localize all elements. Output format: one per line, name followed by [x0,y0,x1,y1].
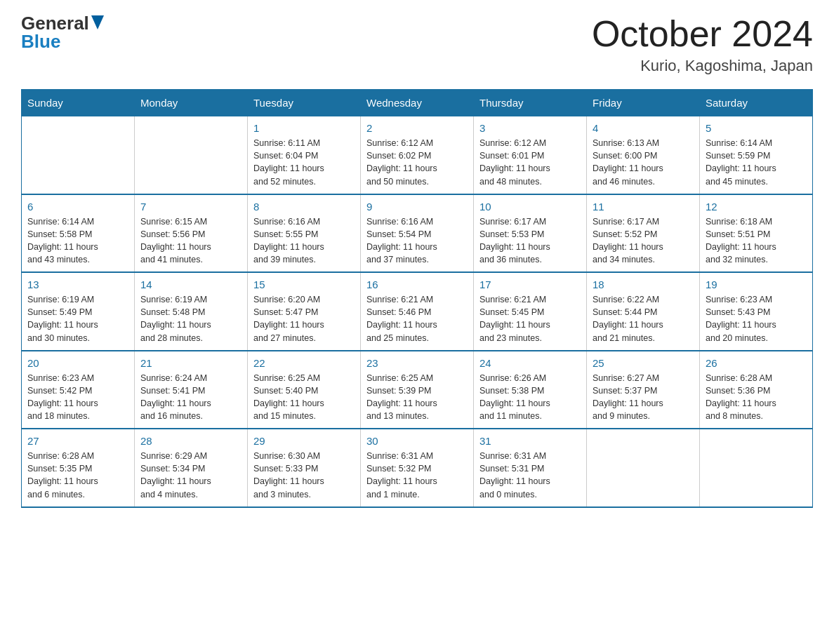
day-number: 4 [593,122,694,134]
day-number: 27 [27,435,128,447]
day-info: Sunrise: 6:18 AMSunset: 5:51 PMDaylight:… [706,215,807,267]
day-info: Sunrise: 6:27 AMSunset: 5:37 PMDaylight:… [593,372,694,423]
table-row [587,429,700,507]
day-number: 24 [479,357,581,369]
day-number: 3 [479,122,581,134]
day-number: 9 [366,201,468,213]
table-row: 16Sunrise: 6:21 AMSunset: 5:46 PMDayligh… [361,272,474,351]
col-friday: Friday [587,90,700,116]
logo-blue-text: Blue [21,32,60,51]
table-row: 13Sunrise: 6:19 AMSunset: 5:49 PMDayligh… [22,272,135,351]
day-info: Sunrise: 6:19 AMSunset: 5:49 PMDaylight:… [27,293,128,344]
logo-arrow-icon [91,15,104,29]
day-info: Sunrise: 6:22 AMSunset: 5:44 PMDaylight:… [593,293,694,344]
day-info: Sunrise: 6:26 AMSunset: 5:38 PMDaylight:… [479,372,581,423]
day-number: 18 [593,279,694,290]
calendar-week-row: 6Sunrise: 6:14 AMSunset: 5:58 PMDaylight… [22,194,813,273]
day-number: 8 [253,201,355,213]
table-row: 12Sunrise: 6:18 AMSunset: 5:51 PMDayligh… [700,194,813,273]
table-row: 5Sunrise: 6:14 AMSunset: 5:59 PMDaylight… [700,116,813,194]
day-info: Sunrise: 6:17 AMSunset: 5:52 PMDaylight:… [593,215,694,267]
table-row: 4Sunrise: 6:13 AMSunset: 6:00 PMDaylight… [587,116,700,194]
day-info: Sunrise: 6:20 AMSunset: 5:47 PMDaylight:… [253,293,355,344]
table-row: 30Sunrise: 6:31 AMSunset: 5:32 PMDayligh… [361,429,474,507]
day-number: 23 [366,357,468,369]
svg-marker-0 [91,15,104,29]
col-saturday: Saturday [700,90,813,116]
day-number: 5 [706,122,807,134]
table-row: 10Sunrise: 6:17 AMSunset: 5:53 PMDayligh… [474,194,587,273]
day-info: Sunrise: 6:17 AMSunset: 5:53 PMDaylight:… [479,215,581,267]
day-info: Sunrise: 6:31 AMSunset: 5:31 PMDaylight:… [479,450,581,501]
day-info: Sunrise: 6:16 AMSunset: 5:54 PMDaylight:… [366,215,468,267]
table-row: 21Sunrise: 6:24 AMSunset: 5:41 PMDayligh… [135,351,248,429]
table-row: 1Sunrise: 6:11 AMSunset: 6:04 PMDaylight… [248,116,361,194]
day-info: Sunrise: 6:14 AMSunset: 5:59 PMDaylight:… [706,137,807,188]
day-info: Sunrise: 6:15 AMSunset: 5:56 PMDaylight:… [140,215,241,267]
day-info: Sunrise: 6:12 AMSunset: 6:01 PMDaylight:… [479,137,581,188]
table-row [135,116,248,194]
page-title: October 2024 [592,14,813,54]
table-row: 9Sunrise: 6:16 AMSunset: 5:54 PMDaylight… [361,194,474,273]
table-row: 15Sunrise: 6:20 AMSunset: 5:47 PMDayligh… [248,272,361,351]
table-row: 17Sunrise: 6:21 AMSunset: 5:45 PMDayligh… [474,272,587,351]
col-sunday: Sunday [22,90,135,116]
day-number: 2 [366,122,468,134]
calendar-week-row: 20Sunrise: 6:23 AMSunset: 5:42 PMDayligh… [22,351,813,429]
logo: General Blue [21,14,104,51]
day-number: 16 [366,279,468,290]
table-row: 11Sunrise: 6:17 AMSunset: 5:52 PMDayligh… [587,194,700,273]
table-row: 25Sunrise: 6:27 AMSunset: 5:37 PMDayligh… [587,351,700,429]
col-thursday: Thursday [474,90,587,116]
day-info: Sunrise: 6:12 AMSunset: 6:02 PMDaylight:… [366,137,468,188]
table-row [22,116,135,194]
table-row: 6Sunrise: 6:14 AMSunset: 5:58 PMDaylight… [22,194,135,273]
day-info: Sunrise: 6:31 AMSunset: 5:32 PMDaylight:… [366,450,468,501]
table-row: 2Sunrise: 6:12 AMSunset: 6:02 PMDaylight… [361,116,474,194]
day-number: 30 [366,435,468,447]
day-number: 26 [706,357,807,369]
day-number: 7 [140,201,241,213]
calendar-week-row: 1Sunrise: 6:11 AMSunset: 6:04 PMDaylight… [22,116,813,194]
calendar-header-row: Sunday Monday Tuesday Wednesday Thursday… [22,90,813,116]
day-number: 11 [593,201,694,213]
table-row: 18Sunrise: 6:22 AMSunset: 5:44 PMDayligh… [587,272,700,351]
day-number: 22 [253,357,355,369]
day-number: 28 [140,435,241,447]
day-number: 29 [253,435,355,447]
page-subtitle: Kurio, Kagoshima, Japan [592,57,813,75]
day-info: Sunrise: 6:28 AMSunset: 5:35 PMDaylight:… [27,450,128,501]
day-number: 6 [27,201,128,213]
col-wednesday: Wednesday [361,90,474,116]
table-row: 24Sunrise: 6:26 AMSunset: 5:38 PMDayligh… [474,351,587,429]
day-info: Sunrise: 6:30 AMSunset: 5:33 PMDaylight:… [253,450,355,501]
day-info: Sunrise: 6:13 AMSunset: 6:00 PMDaylight:… [593,137,694,188]
day-number: 13 [27,279,128,290]
day-info: Sunrise: 6:11 AMSunset: 6:04 PMDaylight:… [253,137,355,188]
day-number: 14 [140,279,241,290]
day-number: 19 [706,279,807,290]
day-info: Sunrise: 6:25 AMSunset: 5:39 PMDaylight:… [366,372,468,423]
table-row: 27Sunrise: 6:28 AMSunset: 5:35 PMDayligh… [22,429,135,507]
calendar-week-row: 27Sunrise: 6:28 AMSunset: 5:35 PMDayligh… [22,429,813,507]
day-number: 21 [140,357,241,369]
calendar-week-row: 13Sunrise: 6:19 AMSunset: 5:49 PMDayligh… [22,272,813,351]
col-monday: Monday [135,90,248,116]
day-info: Sunrise: 6:14 AMSunset: 5:58 PMDaylight:… [27,215,128,267]
day-number: 31 [479,435,581,447]
table-row: 31Sunrise: 6:31 AMSunset: 5:31 PMDayligh… [474,429,587,507]
table-row: 29Sunrise: 6:30 AMSunset: 5:33 PMDayligh… [248,429,361,507]
logo-general-text: General [21,14,89,32]
day-info: Sunrise: 6:29 AMSunset: 5:34 PMDaylight:… [140,450,241,501]
table-row: 22Sunrise: 6:25 AMSunset: 5:40 PMDayligh… [248,351,361,429]
table-row: 26Sunrise: 6:28 AMSunset: 5:36 PMDayligh… [700,351,813,429]
day-number: 10 [479,201,581,213]
table-row [700,429,813,507]
table-row: 19Sunrise: 6:23 AMSunset: 5:43 PMDayligh… [700,272,813,351]
day-info: Sunrise: 6:23 AMSunset: 5:42 PMDaylight:… [27,372,128,423]
day-info: Sunrise: 6:19 AMSunset: 5:48 PMDaylight:… [140,293,241,344]
day-info: Sunrise: 6:21 AMSunset: 5:46 PMDaylight:… [366,293,468,344]
day-number: 15 [253,279,355,290]
day-info: Sunrise: 6:21 AMSunset: 5:45 PMDaylight:… [479,293,581,344]
table-row: 28Sunrise: 6:29 AMSunset: 5:34 PMDayligh… [135,429,248,507]
